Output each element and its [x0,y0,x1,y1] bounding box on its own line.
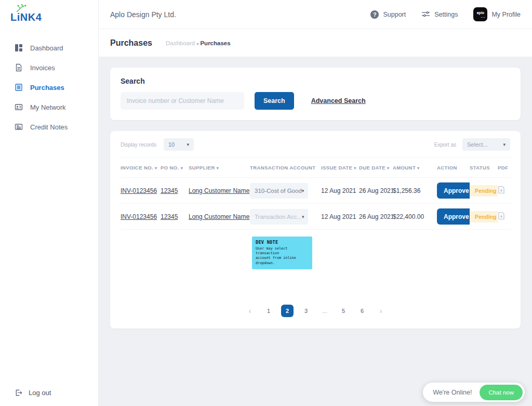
transaction-account-select[interactable]: Transaction Acc... ▾ [250,209,308,225]
due-date: 26 Aug 2021 [359,187,393,194]
sidebar-item-credit-notes[interactable]: Credit Notes [0,117,98,137]
sidebar-item-my-network[interactable]: My Network [0,97,98,117]
profile-button[interactable]: aplo ... My Profile [473,7,521,21]
pagination-page-1[interactable]: 1 [262,305,275,317]
sort-caret-icon: ▾ [155,166,157,171]
logout-label: Log out [29,389,51,397]
approve-button[interactable]: Approve [437,208,470,225]
purchases-table-card: Display records 10 ▾ Export as Select...… [110,131,521,329]
settings-label: Settings [434,11,458,18]
search-input[interactable] [121,92,244,110]
purchases-list-icon [15,83,23,91]
brand-logo[interactable]: LiNK4 [0,0,98,27]
search-button[interactable]: Search [255,92,294,110]
col-header-amount[interactable]: AMOUNT▾ [393,158,437,178]
supplier-link[interactable]: Long Customer Name [189,213,249,220]
caret-down-icon: ▾ [187,142,189,147]
pagination-page-3[interactable]: 3 [300,305,312,317]
chat-widget: We're Online! Chat now [423,383,525,402]
support-label: Support [383,11,406,18]
settings-button[interactable]: Settings [421,10,458,18]
pagination-page-5[interactable]: 5 [337,305,350,317]
table-header-row: INVOICE NO.▾ PO NO.▾ SUPPLIER▾ TRANSACTI… [121,158,511,178]
sidebar-item-label: Invoices [30,64,55,72]
caret-down-icon: ▾ [302,214,304,219]
table-controls: Display records 10 ▾ Export as Select...… [121,138,510,151]
table-row: INV-0123456 12345 Long Customer Name 310… [121,178,511,204]
col-header-invoice-no[interactable]: INVOICE NO.▾ [121,158,161,178]
display-records-select[interactable]: 10 ▾ [164,138,194,151]
breadcrumb-dashboard[interactable]: Dashboard [166,40,195,46]
export-as-select[interactable]: Select... ▾ [462,138,510,151]
sidebar-item-dashboard[interactable]: Dashboard [0,38,98,58]
supplier-link[interactable]: Long Customer Name [189,187,249,194]
search-card: Search Search Advanced Search [110,68,521,120]
sidebar-item-label: Purchases [30,84,64,91]
transaction-account-placeholder: Transaction Acc... [255,214,302,220]
pagination-prev-icon[interactable]: ‹ [244,305,256,317]
pagination-next-icon[interactable]: › [375,305,387,317]
po-number-link[interactable]: 12345 [161,213,178,220]
approve-button[interactable]: Approve [437,182,470,199]
col-header-issue-date[interactable]: ISSUE DATE▾ [321,158,359,178]
chat-status-text: We're Online! [433,389,472,396]
caret-down-icon: ▾ [503,142,506,147]
sidebar-item-label: Dashboard [30,44,63,52]
logout-button[interactable]: Log out [15,389,51,397]
logout-icon [15,389,22,397]
sidebar: LiNK4 Dashboard [0,0,99,406]
status-badge: Pending [470,185,498,197]
sort-caret-icon: ▾ [181,166,183,171]
app-window: LiNK4 Dashboard [0,0,532,406]
logo-text: LiNK4 [10,11,42,23]
sidebar-item-label: My Network [30,103,66,111]
issue-date: 12 Aug 2021 [321,213,356,220]
search-row: Search Advanced Search [121,92,510,110]
avatar-text: aplo [477,11,484,15]
avatar-dots: ... [481,15,486,18]
invoice-number-link[interactable]: INV-0123456 [121,187,157,194]
table-row: INV-0123456 12345 Long Customer Name Tra… [121,204,511,230]
col-header-status: STATUS [470,158,498,178]
advanced-search-link[interactable]: Advanced Search [311,97,366,104]
invoice-document-icon [15,63,23,72]
pdf-file-icon[interactable] [498,186,505,194]
search-heading: Search [121,77,510,85]
amount: $1,256.36 [393,187,420,194]
due-date: 26 Aug 2021 [359,213,393,220]
col-header-po-no[interactable]: PO NO.▾ [161,158,189,178]
breadcrumb: Dashboard - Purchases [166,40,231,46]
export-controls: Export as Select... ▾ [434,138,510,151]
col-header-supplier[interactable]: SUPPLIER▾ [189,158,250,178]
col-header-due-date[interactable]: DUE DATE▾ [359,158,393,178]
col-header-transaction-account: TRANSACTION ACCOUNT [250,158,321,178]
display-records-label: Display records [121,142,156,148]
purchases-table: INVOICE NO.▾ PO NO.▾ SUPPLIER▾ TRANSACTI… [121,157,511,230]
page-title: Purchases [110,38,152,48]
dev-note-title: DEV NOTE [256,240,309,245]
avatar: aplo ... [473,7,487,21]
transaction-account-select[interactable]: 310-Cost of Good ▾ [250,183,308,199]
sidebar-item-invoices[interactable]: Invoices [0,58,98,77]
breadcrumb-separator: - [196,40,198,46]
pdf-file-icon[interactable] [498,212,505,220]
support-button[interactable]: ? Support [370,10,406,19]
profile-label: My Profile [491,11,521,18]
sort-caret-icon: ▾ [354,166,356,171]
pagination-page-6[interactable]: 6 [356,305,368,317]
status-badge: Pending [470,211,498,222]
sidebar-nav: Dashboard Invoices Purch [0,38,98,137]
sidebar-item-purchases[interactable]: Purchases [0,77,98,97]
transaction-account-value: 310-Cost of Good [255,188,302,194]
top-header: Aplo Design Pty Ltd. ? Support Settings [99,0,532,29]
sort-caret-icon: ▾ [217,166,219,171]
invoice-number-link[interactable]: INV-0123456 [121,213,157,220]
network-card-icon [15,103,23,111]
po-number-link[interactable]: 12345 [161,187,178,194]
pagination: ‹ 1 2 3 ... 5 6 › [110,305,521,317]
sidebar-item-label: Credit Notes [30,123,68,131]
chat-now-button[interactable]: Chat now [480,385,523,400]
pagination-page-2-active[interactable]: 2 [281,305,294,317]
logo-branch-icon [14,4,28,12]
sort-caret-icon: ▾ [387,166,389,171]
